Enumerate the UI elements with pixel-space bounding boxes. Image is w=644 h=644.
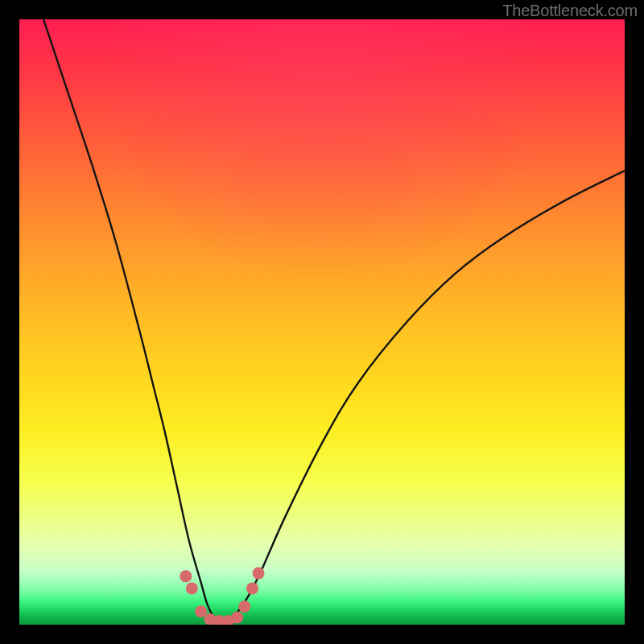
- marker-group: [180, 568, 264, 625]
- curve-layer: [19, 19, 625, 625]
- chart-frame: [19, 19, 625, 625]
- watermark-text: TheBottleneck.com: [502, 2, 638, 20]
- curve-marker: [231, 611, 243, 623]
- curve-marker: [195, 605, 207, 617]
- curve-marker: [253, 568, 265, 580]
- curve-marker: [238, 601, 250, 613]
- curve-marker: [186, 582, 198, 594]
- curve-marker: [180, 570, 192, 582]
- curve-marker: [246, 582, 258, 594]
- bottleneck-curve: [43, 19, 625, 621]
